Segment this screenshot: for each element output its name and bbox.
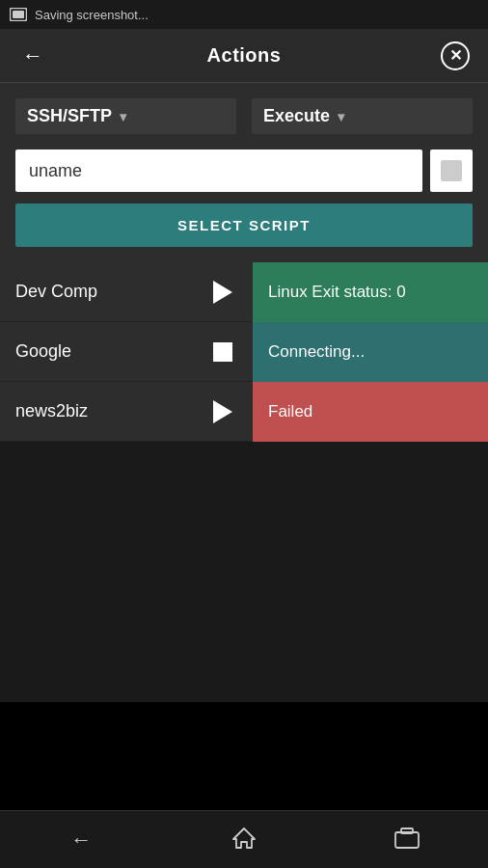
select-script-button[interactable]: SELECT SCRIPT (15, 203, 473, 247)
action-dropdown[interactable]: Execute ▾ (252, 98, 473, 134)
main-content: SSH/SFTP ▾ Execute ▾ SELECT SCRIPT (0, 83, 488, 262)
connection-status: Failed (253, 382, 488, 442)
svg-rect-3 (395, 832, 419, 848)
svg-rect-1 (13, 11, 24, 18)
svg-rect-4 (401, 828, 413, 833)
screenshot-icon (10, 8, 27, 21)
dropdown-row: SSH/SFTP ▾ Execute ▾ (15, 98, 473, 134)
nav-recents-icon (394, 827, 420, 852)
clear-icon (441, 160, 462, 181)
stop-button[interactable] (193, 322, 253, 382)
header-title: Actions (207, 44, 282, 67)
connection-item: Google Connecting... (0, 322, 488, 382)
header: ← Actions ✕ (0, 29, 488, 83)
nav-back-icon: ← (70, 827, 92, 853)
svg-marker-2 (233, 828, 255, 848)
status-bar: Saving screenshot... (0, 0, 488, 29)
connection-status: Linux Exit status: 0 (253, 262, 488, 322)
back-icon: ← (22, 43, 43, 68)
close-circle: ✕ (441, 41, 470, 70)
protocol-label: SSH/SFTP (27, 106, 112, 126)
close-button[interactable]: ✕ (438, 39, 473, 73)
play-icon (213, 281, 232, 304)
connection-name: Dev Comp (0, 282, 193, 302)
connection-status: Connecting... (253, 322, 488, 382)
play-button[interactable] (193, 262, 253, 322)
nav-home-icon (231, 827, 257, 853)
nav-recents-button[interactable] (378, 819, 436, 861)
close-icon: ✕ (449, 46, 462, 65)
bottom-nav: ← (0, 810, 488, 868)
connection-item: news2biz Failed (0, 382, 488, 442)
connection-name: Google (0, 341, 193, 362)
nav-back-button[interactable]: ← (52, 819, 110, 861)
stop-icon (213, 342, 232, 362)
action-arrow-icon: ▾ (338, 109, 344, 124)
connection-name: news2biz (0, 401, 193, 421)
connection-item: Dev Comp Linux Exit status: 0 (0, 262, 488, 322)
play-button[interactable] (193, 382, 253, 442)
empty-area (0, 442, 488, 702)
nav-home-button[interactable] (215, 819, 273, 861)
command-input[interactable] (15, 149, 422, 192)
command-row (15, 149, 473, 192)
play-icon (213, 400, 232, 423)
back-button[interactable]: ← (15, 39, 50, 73)
status-bar-text: Saving screenshot... (35, 8, 149, 22)
clear-button[interactable] (430, 149, 473, 192)
protocol-arrow-icon: ▾ (120, 109, 126, 124)
protocol-dropdown[interactable]: SSH/SFTP ▾ (15, 98, 236, 134)
action-label: Execute (263, 106, 330, 126)
connection-list: Dev Comp Linux Exit status: 0 Google Con… (0, 262, 488, 442)
